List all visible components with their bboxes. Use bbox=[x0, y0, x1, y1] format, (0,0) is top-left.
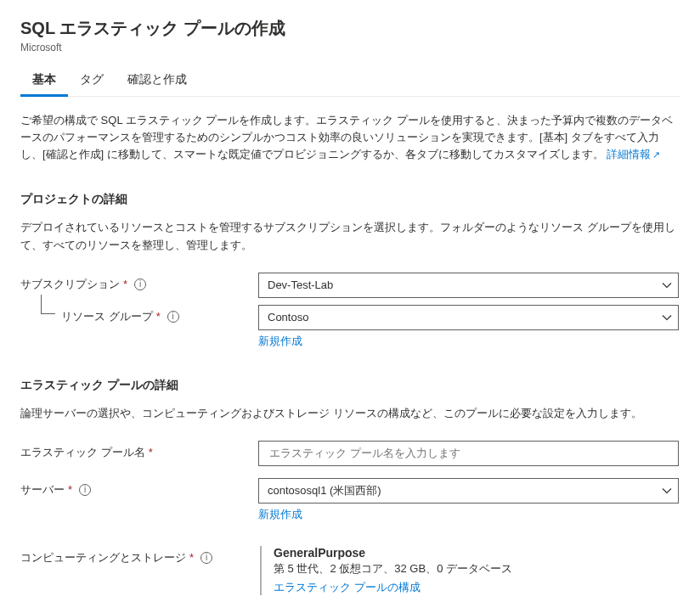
compute-label: コンピューティングとストレージ* i bbox=[20, 546, 258, 565]
info-icon[interactable]: i bbox=[200, 552, 212, 564]
compute-tier: GeneralPurpose bbox=[274, 546, 679, 560]
external-link-icon: ↗ bbox=[652, 149, 660, 160]
resource-group-label: リソース グループ* i bbox=[20, 305, 258, 324]
subscription-select[interactable]: Dev-Test-Lab bbox=[258, 273, 679, 298]
intro-text: ご希望の構成で SQL エラスティック プールを作成します。エラスティック プー… bbox=[20, 112, 680, 163]
server-label: サーバー* i bbox=[20, 478, 258, 498]
compute-detail: 第 5 世代、2 仮想コア、32 GB、0 データベース bbox=[274, 561, 679, 577]
subscription-label: サブスクリプション* i bbox=[20, 273, 258, 292]
configure-pool-link[interactable]: エラスティック プールの構成 bbox=[274, 581, 421, 594]
info-icon[interactable]: i bbox=[79, 484, 91, 496]
subscription-value: Dev-Test-Lab bbox=[268, 278, 333, 291]
tab-bar: 基本 タグ 確認と作成 bbox=[20, 65, 680, 97]
create-new-server-link[interactable]: 新規作成 bbox=[258, 508, 302, 520]
learn-more-link[interactable]: 詳細情報 bbox=[607, 148, 651, 160]
publisher-label: Microsoft bbox=[20, 42, 680, 53]
tab-tags[interactable]: タグ bbox=[68, 65, 116, 96]
section-pool-title: エラスティック プールの詳細 bbox=[20, 378, 680, 393]
section-pool-sub: 論理サーバーの選択や、コンピューティングおよびストレージ リソースの構成など、こ… bbox=[20, 405, 680, 422]
intro-body: ご希望の構成で SQL エラスティック プールを作成します。エラスティック プー… bbox=[20, 114, 673, 160]
create-new-rg-link[interactable]: 新規作成 bbox=[258, 335, 302, 347]
section-project-title: プロジェクトの詳細 bbox=[20, 192, 680, 207]
tab-basic[interactable]: 基本 bbox=[20, 65, 68, 97]
pool-name-input-wrap bbox=[258, 441, 679, 466]
pool-name-input[interactable] bbox=[268, 446, 669, 460]
server-value: contososql1 (米国西部) bbox=[268, 483, 381, 498]
section-project-sub: デプロイされているリソースとコストを管理するサブスクリプションを選択します。フォ… bbox=[20, 219, 680, 253]
info-icon[interactable]: i bbox=[167, 311, 179, 323]
page-title: SQL エラスティック プールの作成 bbox=[20, 17, 680, 40]
resource-group-select[interactable]: Contoso bbox=[258, 305, 679, 330]
pool-name-label: エラスティック プール名* bbox=[20, 441, 258, 460]
info-icon[interactable]: i bbox=[134, 278, 146, 290]
tab-review[interactable]: 確認と作成 bbox=[116, 65, 199, 96]
resource-group-value: Contoso bbox=[268, 311, 308, 324]
server-select[interactable]: contososql1 (米国西部) bbox=[258, 478, 679, 504]
compute-summary: GeneralPurpose 第 5 世代、2 仮想コア、32 GB、0 データ… bbox=[260, 546, 679, 595]
